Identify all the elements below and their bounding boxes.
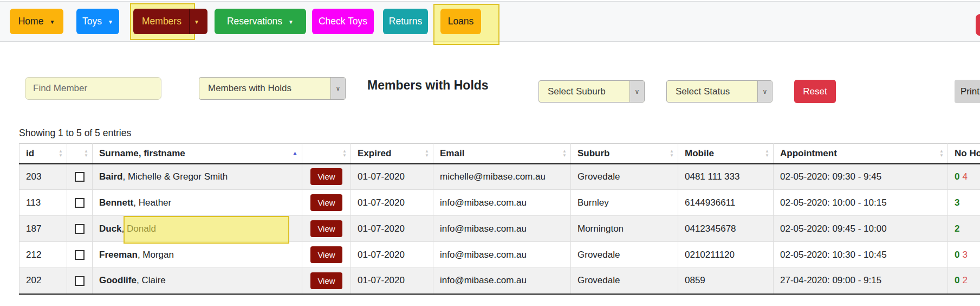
column-header-blank[interactable]: ▲▼ (302, 144, 351, 164)
table-header-row: id▲▼▲▼Surname, firstname▲▲▼Expired▲▼Emai… (20, 144, 980, 164)
expired-cell: 01-07-2020 (351, 216, 433, 242)
row-checkbox[interactable] (75, 250, 85, 260)
table-row: 203Baird, Michelle & Gregor SmithView01-… (20, 164, 980, 190)
surname: Bennett (99, 197, 133, 208)
column-label: Surname, firstname (99, 148, 185, 159)
sort-up-icon: ▲ (670, 150, 674, 153)
column-header-blank[interactable]: ▲▼ (67, 144, 93, 164)
view-button[interactable]: View (310, 168, 342, 185)
no-holds-cell: 04 (948, 164, 980, 190)
mobile-cell: 0859 (678, 268, 774, 294)
screen: Home▼Toys▼Members▼Reservations▼Check Toy… (0, 0, 980, 306)
appointment-cell: 02-05-2020: 10:30 - 10:45 (774, 242, 948, 268)
holds-count-green: 0 (955, 171, 959, 182)
member-name-cell: Freeman, Morgan (93, 242, 302, 268)
surname: Freeman (99, 250, 138, 260)
no-holds-cell: 3 (948, 190, 980, 216)
surname: Duck (99, 224, 122, 234)
row-checkbox[interactable] (75, 172, 85, 182)
nav-toys-button[interactable]: Toys▼ (76, 9, 119, 34)
caret-down-icon: ▼ (49, 19, 55, 25)
nav-loans-button[interactable]: Loans (440, 9, 481, 34)
suburb-cell: Grovedale (571, 242, 678, 268)
sort-icon: ▲▼ (425, 150, 429, 157)
nav-reservations-button[interactable]: Reservations▼ (215, 9, 306, 34)
expired-cell: 01-07-2020 (351, 190, 433, 216)
appointment-cell: 27-04-2020: 09:00 - 9:15 (774, 268, 948, 294)
column-header-appointment[interactable]: Appointment▲▼ (774, 144, 948, 164)
email-cell: info@mibase.com.au (433, 242, 571, 268)
chevron-down-icon: ∨ (757, 81, 772, 102)
sort-icon: ▲▼ (765, 150, 769, 157)
sort-up-icon: ▲ (939, 150, 944, 153)
table-row: 212Freeman, MorganView01-07-2020info@mib… (20, 242, 980, 268)
print-button[interactable]: Print (955, 80, 980, 103)
sort-up-icon: ▲ (562, 150, 567, 153)
checkbox-cell (67, 242, 93, 268)
email-cell: info@mibase.com.au (433, 190, 571, 216)
nav-home-button[interactable]: Home▼ (10, 9, 63, 34)
nav-members-button[interactable]: Members▼ (133, 9, 207, 34)
reset-button[interactable]: Reset (794, 80, 836, 103)
member-id-cell: 203 (20, 164, 67, 190)
view-button[interactable]: View (310, 246, 342, 263)
email-cell: michelle@mibase.com.au (433, 164, 571, 190)
select-value: Members with Holds (199, 78, 330, 99)
view-button[interactable]: View (310, 220, 342, 237)
suburb-cell: Burnley (571, 190, 678, 216)
suburb-cell: Grovedale (571, 268, 678, 294)
column-header-no-holds[interactable]: No Holds (948, 144, 980, 164)
sort-down-icon: ▼ (342, 154, 347, 157)
member-id-cell: 212 (20, 242, 67, 268)
checkbox-cell (67, 216, 93, 242)
expired-cell: 01-07-2020 (351, 268, 433, 294)
holds-count-red: 4 (962, 171, 967, 182)
sort-down-icon: ▼ (59, 154, 63, 157)
member-name-cell: Bennett, Heather (93, 190, 302, 216)
partial-red-button[interactable] (976, 14, 980, 36)
sort-down-icon: ▼ (670, 154, 674, 157)
nav-label: Toys (82, 16, 102, 27)
column-header-suburb[interactable]: Suburb▲▼ (571, 144, 678, 164)
mobile-cell: 6144936611 (678, 190, 774, 216)
view-button[interactable]: View (310, 194, 342, 211)
suburb-select[interactable]: Select Suburb ∨ (538, 80, 645, 103)
column-label: Email (440, 148, 464, 159)
table-row: 113Bennett, HeatherView01-07-2020info@mi… (20, 190, 980, 216)
navbar: Home▼Toys▼Members▼Reservations▼Check Toy… (0, 1, 980, 42)
row-checkbox[interactable] (75, 224, 85, 234)
nav-returns-button[interactable]: Returns (383, 9, 428, 34)
member-view-select[interactable]: Members with Holds ∨ (199, 77, 346, 100)
nav-check-toys-button[interactable]: Check Toys (312, 9, 374, 34)
mobile-cell: 0210211120 (678, 242, 774, 268)
holds-count-red: 2 (962, 275, 967, 285)
column-header-id[interactable]: id▲▼ (20, 144, 67, 164)
view-button[interactable]: View (310, 272, 342, 289)
column-label: id (26, 148, 34, 159)
checkbox-cell (67, 268, 93, 294)
column-header-email[interactable]: Email▲▼ (433, 144, 571, 164)
find-member-input[interactable] (25, 77, 161, 100)
row-checkbox[interactable] (75, 198, 85, 208)
chevron-down-icon: ∨ (629, 81, 644, 102)
duck-row-highlight-annotation (124, 216, 289, 244)
row-checkbox[interactable] (75, 276, 85, 286)
sort-up-icon: ▲ (84, 150, 88, 153)
column-header-surname-firstname[interactable]: Surname, firstname▲ (93, 144, 302, 164)
holds-count-green: 0 (955, 275, 959, 285)
sort-icon: ▲▼ (939, 150, 944, 157)
column-header-expired[interactable]: Expired▲▼ (351, 144, 433, 164)
column-header-mobile[interactable]: Mobile▲▼ (678, 144, 774, 164)
appointment-cell: 02-05-2020: 09:30 - 9:45 (774, 164, 948, 190)
column-label: No Holds (955, 148, 980, 159)
sort-icon: ▲▼ (670, 150, 674, 157)
split-caret-section[interactable]: ▼ (189, 9, 204, 34)
sort-up-icon: ▲ (342, 150, 347, 153)
column-label: Appointment (780, 148, 837, 159)
page-title: Members with Holds (367, 78, 489, 93)
caret-down-icon: ▼ (108, 19, 113, 25)
sort-icon: ▲▼ (562, 150, 567, 157)
nav-label: Returns (389, 16, 422, 27)
status-select[interactable]: Select Status ∨ (666, 80, 773, 103)
view-cell: View (302, 242, 351, 268)
